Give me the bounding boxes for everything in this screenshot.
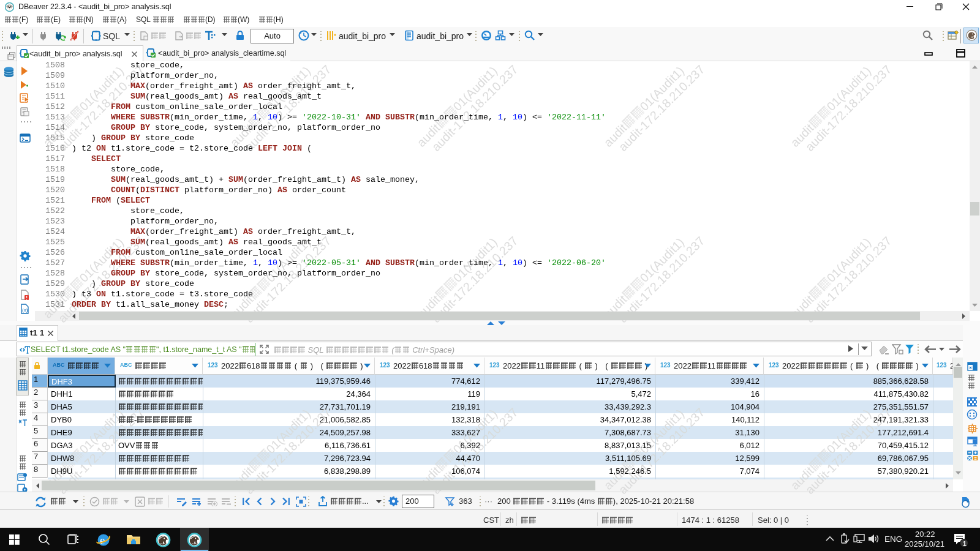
svg-text:1: 1	[963, 540, 967, 547]
svg-text:e: e	[100, 534, 105, 547]
svg-text:(x): (x)	[22, 307, 28, 313]
